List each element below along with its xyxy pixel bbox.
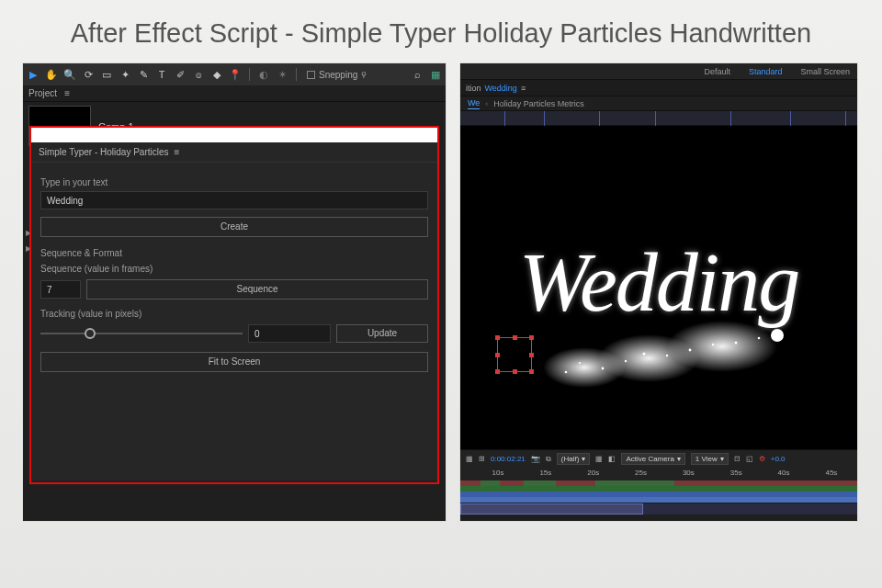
- breadcrumb-sep-icon: ‹: [485, 99, 488, 108]
- tracking-input[interactable]: [248, 324, 331, 343]
- tl-tick: 30s: [683, 469, 695, 477]
- snapping-icon: ⚲: [361, 71, 367, 79]
- workspace-default[interactable]: Default: [704, 67, 730, 76]
- orbit-tool-icon[interactable]: ⟳: [82, 68, 95, 81]
- sequence-section-label: Sequence & Format: [40, 248, 428, 258]
- vc-icon-5[interactable]: ◧: [608, 455, 616, 463]
- navigator-thumb[interactable]: [460, 503, 643, 514]
- vc-icon-6[interactable]: ⊡: [734, 455, 741, 463]
- tl-tick: 25s: [635, 469, 647, 477]
- vc-icon-1[interactable]: ▦: [466, 455, 473, 463]
- script-menu-icon[interactable]: ≡: [175, 147, 179, 157]
- comp-tab-menu-icon[interactable]: ≡: [521, 84, 525, 93]
- type-tool-icon[interactable]: T: [155, 68, 168, 81]
- svg-point-12: [735, 342, 738, 345]
- snapshot-icon[interactable]: 📷: [531, 455, 540, 463]
- sequence-input[interactable]: [40, 280, 81, 299]
- project-panel-header: Project ≡: [23, 85, 446, 102]
- snapping-toggle[interactable]: Snepping ⚲: [307, 70, 367, 80]
- vc-icon-2[interactable]: ⊞: [479, 455, 485, 463]
- camera-dropdown[interactable]: Active Camera ▾: [621, 453, 684, 465]
- composition-viewer[interactable]: Wedding: [460, 126, 857, 449]
- tl-tick: 35s: [730, 469, 742, 477]
- vc-icon-7[interactable]: ◱: [746, 455, 753, 463]
- timeline-navigator[interactable]: [460, 503, 857, 514]
- puppet-tool-icon[interactable]: 📍: [229, 68, 242, 81]
- script-panel-title: Simple Typer - Holiday Particles: [39, 147, 169, 157]
- top-ruler[interactable]: [460, 111, 857, 126]
- extra-tool-2-icon[interactable]: ✶: [276, 68, 288, 81]
- timeline-layers[interactable]: [460, 481, 857, 503]
- right-panel: Default Standard Small Screen ition Wedd…: [459, 62, 858, 522]
- snapping-label: Snepping: [319, 70, 357, 80]
- svg-point-13: [758, 337, 761, 340]
- main-toolbar: ▶ ✋ 🔍 ⟳ ▭ ✦ ✎ T ✐ ⌾ ◆ 📍 ◐ ✶ Snepping ⚲ ⌕…: [23, 63, 446, 85]
- workspace-bar: Default Standard Small Screen: [460, 63, 857, 80]
- extra-tool-1-icon[interactable]: ◐: [257, 68, 270, 81]
- toolbar-separator: [296, 68, 297, 81]
- exposure-value[interactable]: +0.0: [771, 455, 786, 463]
- svg-point-0: [543, 347, 626, 388]
- zoom-tool-icon[interactable]: 🔍: [63, 68, 76, 81]
- tracking-slider[interactable]: [40, 324, 243, 343]
- comp-tab-active[interactable]: Wedding: [485, 84, 517, 93]
- panel-menu-icon[interactable]: ▦: [429, 68, 442, 81]
- timecode-value[interactable]: 0:00:02:21: [491, 455, 526, 463]
- svg-point-7: [625, 360, 627, 362]
- selection-tool-icon[interactable]: ▶: [27, 68, 40, 81]
- selection-box[interactable]: [497, 337, 532, 372]
- view-dropdown[interactable]: 1 View ▾: [691, 453, 729, 465]
- pen-tool-icon[interactable]: ✎: [137, 68, 150, 81]
- tracking-label: Tracking (value in pixels): [40, 309, 428, 319]
- create-button[interactable]: Create: [40, 217, 428, 237]
- update-button[interactable]: Update: [336, 324, 428, 343]
- project-tab-label[interactable]: Project: [28, 88, 57, 98]
- svg-point-4: [565, 371, 568, 374]
- comp-tab-prefix: ition: [466, 84, 481, 93]
- svg-point-1: [598, 334, 699, 382]
- script-panel: Simple Typer - Holiday Particles ≡ Type …: [31, 142, 437, 481]
- toolbar-separator: [249, 68, 250, 81]
- tl-tick: 40s: [778, 469, 790, 477]
- svg-point-6: [602, 368, 605, 370]
- svg-point-10: [689, 349, 692, 352]
- timeline: 10s 15s 20s 25s 30s 35s 40s 45s: [460, 468, 857, 514]
- breadcrumb-leaf[interactable]: Holiday Particles Metrics: [493, 99, 584, 108]
- left-panel: ▶ ✋ 🔍 ⟳ ▭ ✦ ✎ T ✐ ⌾ ◆ 📍 ◐ ✶ Snepping ⚲ ⌕…: [22, 62, 447, 522]
- hand-tool-icon[interactable]: ✋: [45, 68, 58, 81]
- page-title: After Effect Script - Simple Typer Holid…: [0, 0, 882, 62]
- project-menu-icon[interactable]: ≡: [64, 88, 69, 98]
- timeline-ruler[interactable]: 10s 15s 20s 25s 30s 35s 40s 45s: [460, 468, 857, 481]
- workspace-standard[interactable]: Standard: [749, 67, 783, 76]
- vc-icon-3[interactable]: ⧉: [546, 455, 551, 464]
- breadcrumb: We ‹ Holiday Particles Metrics: [460, 96, 857, 111]
- breadcrumb-root[interactable]: We: [468, 98, 480, 109]
- tl-tick: 10s: [492, 469, 504, 477]
- svg-point-9: [666, 355, 668, 356]
- tl-tick: 20s: [587, 469, 599, 477]
- vc-icon-8[interactable]: ⚙: [759, 455, 765, 463]
- script-panel-header: Simple Typer - Holiday Particles ≡: [31, 142, 437, 163]
- viewer-controls: ▦ ⊞ 0:00:02:21 📷 ⧉ (Half) ▾ ▦ ◧ Active C…: [460, 449, 857, 468]
- type-text-label: Type in your text: [40, 177, 428, 187]
- clone-tool-icon[interactable]: ⌾: [192, 68, 205, 81]
- roto-tool-icon[interactable]: ✦: [119, 68, 131, 81]
- rect-tool-icon[interactable]: ▭: [100, 68, 113, 81]
- preview-text: Wedding: [519, 233, 799, 331]
- svg-point-11: [712, 344, 714, 345]
- brush-tool-icon[interactable]: ✐: [174, 68, 187, 81]
- workspace-small[interactable]: Small Screen: [800, 67, 850, 76]
- eraser-tool-icon[interactable]: ◆: [210, 68, 223, 81]
- resolution-dropdown[interactable]: (Half) ▾: [557, 453, 591, 465]
- slider-thumb[interactable]: [85, 328, 96, 339]
- snapping-checkbox[interactable]: [307, 71, 315, 79]
- tl-tick: 15s: [539, 469, 551, 477]
- search-icon[interactable]: ⌕: [411, 68, 424, 81]
- svg-point-8: [643, 353, 646, 356]
- composition-tabs: ition Wedding ≡: [460, 80, 857, 96]
- sequence-button[interactable]: Sequence: [86, 279, 428, 300]
- svg-point-3: [771, 329, 784, 342]
- text-input[interactable]: [40, 191, 428, 209]
- fit-to-screen-button[interactable]: Fit to Screen: [40, 352, 428, 372]
- vc-icon-4[interactable]: ▦: [595, 455, 603, 463]
